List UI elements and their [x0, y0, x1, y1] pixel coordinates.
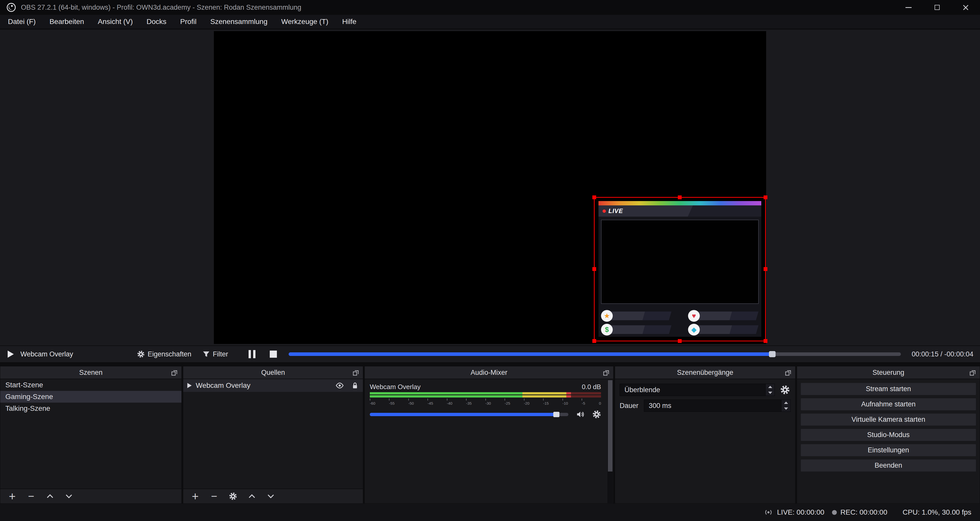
- close-button[interactable]: [951, 0, 980, 15]
- visibility-eye-icon[interactable]: [335, 383, 344, 389]
- selection-handle[interactable]: [592, 339, 596, 343]
- add-scene-button[interactable]: [8, 491, 17, 501]
- scene-item-selected[interactable]: Gaming-Szene: [0, 391, 181, 403]
- overlay-banner: ◆: [688, 324, 759, 336]
- scene-transitions-dock: Szenenübergänge Überblende: [615, 366, 795, 504]
- dock-popout-icon[interactable]: [785, 370, 791, 376]
- move-scene-down-button[interactable]: [65, 491, 73, 501]
- overlay-gradient-bar: [598, 201, 761, 205]
- volume-slider-handle[interactable]: [553, 412, 559, 417]
- duration-up-arrow[interactable]: [781, 400, 791, 406]
- scene-item[interactable]: Talking-Szene: [0, 403, 181, 415]
- minimize-button[interactable]: [894, 0, 923, 15]
- remove-scene-button[interactable]: [27, 491, 35, 501]
- overlay-banner: ★: [601, 310, 672, 322]
- combo-down-arrow[interactable]: [765, 390, 775, 396]
- move-scene-up-button[interactable]: [46, 491, 54, 501]
- status-bar: LIVE: 00:00:00 REC: 00:00:00 CPU: 1.0%, …: [0, 504, 980, 521]
- selection-handle[interactable]: [764, 339, 767, 343]
- exit-button[interactable]: Beenden: [800, 459, 976, 472]
- dock-popout-icon[interactable]: [353, 370, 359, 376]
- overlay-banner: ♥: [688, 310, 759, 322]
- duration-label: Dauer: [620, 402, 644, 410]
- dollar-icon: $: [601, 324, 613, 335]
- duration-down-arrow[interactable]: [781, 406, 791, 411]
- broadcast-signal-icon: [763, 509, 773, 516]
- source-properties-button[interactable]: [229, 491, 237, 501]
- meter-ticks: [370, 399, 601, 400]
- scenes-toolbar: [0, 489, 181, 504]
- duration-spinbox[interactable]: 300 ms: [644, 400, 791, 412]
- start-virtual-camera-button[interactable]: Virtuelle Kamera starten: [800, 413, 976, 426]
- start-streaming-button[interactable]: Stream starten: [800, 383, 976, 395]
- mixer-db-value: 0.0 dB: [582, 383, 601, 391]
- dock-popout-icon[interactable]: [603, 370, 609, 376]
- menu-item-docks[interactable]: Docks: [140, 15, 173, 29]
- stop-button[interactable]: [270, 351, 277, 358]
- combo-up-arrow[interactable]: [765, 384, 775, 390]
- audio-meter: [370, 392, 601, 394]
- controls-body: Stream starten Aufnahme starten Virtuell…: [797, 379, 980, 504]
- program-canvas[interactable]: LIVE ★ ♥: [214, 31, 766, 344]
- overlay-webcam-frame: [601, 220, 759, 304]
- pause-button[interactable]: [248, 350, 256, 358]
- webcam-overlay-widget: LIVE ★ ♥: [598, 201, 761, 337]
- selection-handle[interactable]: [592, 267, 596, 271]
- selection-handle[interactable]: [764, 267, 767, 271]
- transitions-body: Überblende Dauer: [615, 379, 795, 504]
- seek-slider-handle[interactable]: [769, 351, 776, 357]
- speaker-icon[interactable]: [576, 410, 585, 419]
- move-source-down-button[interactable]: [266, 491, 275, 501]
- selection-handle[interactable]: [764, 195, 767, 199]
- menu-item-bearbeiten[interactable]: Bearbeiten: [43, 15, 91, 29]
- properties-label: Eigenschaften: [148, 350, 191, 358]
- scene-item[interactable]: Start-Szene: [0, 379, 181, 391]
- seek-slider[interactable]: [289, 353, 901, 356]
- transition-properties-button[interactable]: [780, 384, 791, 396]
- obs-logo-icon: [6, 2, 16, 13]
- media-source-label: Webcam Overlay: [21, 350, 73, 358]
- start-recording-button[interactable]: Aufnahme starten: [800, 398, 976, 410]
- audio-meter: [370, 395, 601, 397]
- mixer-source-name: Webcam Overlay: [370, 383, 421, 391]
- source-item-selected[interactable]: Webcam Overlay: [183, 379, 363, 392]
- menu-item-datei[interactable]: Datei (F): [1, 15, 43, 29]
- sources-dock-title: Quellen: [183, 366, 363, 379]
- maximize-button[interactable]: [923, 0, 951, 15]
- gear-icon[interactable]: [592, 410, 601, 419]
- properties-button[interactable]: Eigenschaften: [137, 350, 191, 358]
- selection-handle[interactable]: [678, 195, 682, 199]
- menu-item-werkzeuge[interactable]: Werkzeuge (T): [274, 15, 335, 29]
- overlay-live-band: LIVE: [598, 205, 761, 217]
- overlay-banner: $: [601, 324, 672, 336]
- selected-source-overlay[interactable]: LIVE ★ ♥: [594, 197, 766, 342]
- menu-bar: Datei (F) Bearbeiten Ansicht (V) Docks P…: [0, 15, 980, 29]
- menu-item-ansicht[interactable]: Ansicht (V): [91, 15, 140, 29]
- lock-icon[interactable]: [352, 382, 358, 389]
- selection-handle[interactable]: [678, 339, 682, 343]
- preview-area: LIVE ★ ♥: [0, 30, 980, 345]
- window-title: OBS 27.2.1 (64-bit, windows) - Profil: O…: [21, 3, 301, 11]
- filter-button[interactable]: Filter: [203, 350, 228, 358]
- settings-button[interactable]: Einstellungen: [800, 444, 976, 456]
- add-source-button[interactable]: [191, 491, 200, 501]
- dock-popout-icon[interactable]: [171, 370, 177, 376]
- menu-item-szenensammlung[interactable]: Szenensammlung: [204, 15, 274, 29]
- remove-source-button[interactable]: [210, 491, 218, 501]
- play-icon[interactable]: [8, 351, 14, 358]
- live-time: LIVE: 00:00:00: [777, 508, 824, 516]
- transition-select[interactable]: Überblende: [620, 384, 775, 396]
- selection-handle[interactable]: [592, 195, 596, 199]
- menu-item-hilfe[interactable]: Hilfe: [335, 15, 363, 29]
- dock-popout-icon[interactable]: [969, 370, 976, 376]
- menu-item-profil[interactable]: Profil: [173, 15, 204, 29]
- audio-mixer-dock: Audio-Mixer Webcam Overlay 0.0 dB: [364, 366, 614, 504]
- move-source-up-button[interactable]: [248, 491, 256, 501]
- mixer-scrollbar-thumb[interactable]: [608, 380, 612, 472]
- filter-icon: [203, 351, 210, 358]
- studio-mode-button[interactable]: Studio-Modus: [800, 429, 976, 441]
- mixer-scrollbar[interactable]: [608, 380, 613, 503]
- volume-slider[interactable]: [370, 413, 568, 416]
- transitions-dock-title: Szenenübergänge: [615, 366, 795, 379]
- overlay-alert-row: $ ◆: [601, 324, 759, 336]
